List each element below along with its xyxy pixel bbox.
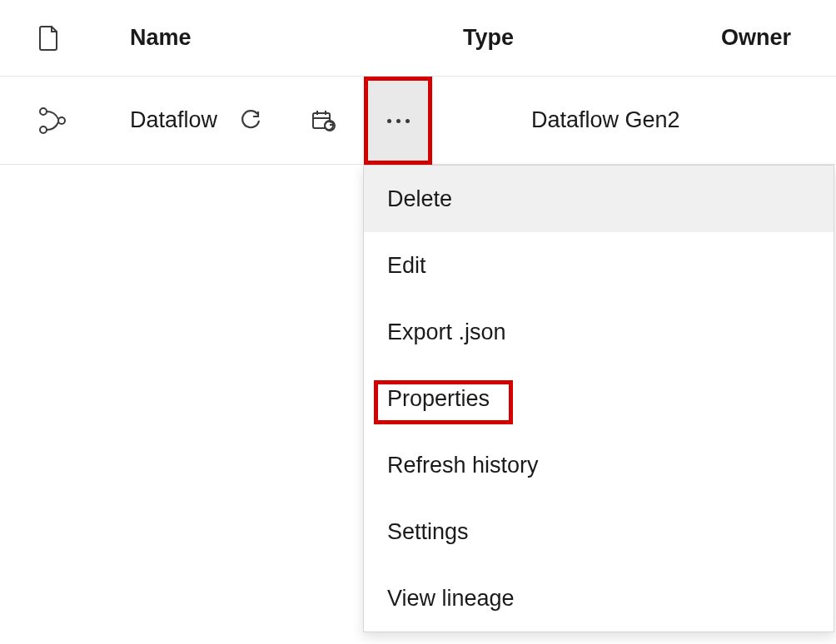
menu-item-view-lineage[interactable]: View lineage	[364, 565, 834, 632]
table-header: Name Type Owner	[0, 0, 836, 77]
refresh-button[interactable]	[234, 104, 267, 137]
more-icon	[387, 119, 410, 123]
svg-point-2	[58, 117, 65, 124]
menu-item-label: Delete	[387, 186, 452, 212]
menu-item-label: View lineage	[387, 586, 515, 612]
schedule-refresh-icon	[311, 109, 336, 132]
menu-item-label: Refresh history	[387, 453, 539, 478]
header-name[interactable]: Name	[130, 25, 463, 51]
row-item-icon-cell	[38, 107, 130, 135]
menu-item-label: Export .json	[387, 320, 506, 345]
more-options-button[interactable]	[368, 81, 428, 161]
context-menu: Delete Edit Export .json Properties Refr…	[363, 165, 834, 632]
menu-item-settings[interactable]: Settings	[364, 498, 834, 565]
menu-item-edit[interactable]: Edit	[364, 232, 834, 299]
menu-item-properties[interactable]: Properties	[364, 365, 834, 432]
table-row[interactable]: Dataflow	[0, 77, 836, 165]
header-icon-cell	[38, 25, 130, 52]
schedule-refresh-button[interactable]	[307, 104, 341, 137]
document-icon	[38, 25, 60, 52]
menu-item-label: Settings	[387, 519, 469, 545]
header-type[interactable]: Type	[463, 25, 721, 51]
more-button-cell	[364, 77, 432, 165]
menu-item-refresh-history[interactable]: Refresh history	[364, 432, 834, 498]
dataflow-icon	[38, 107, 68, 135]
menu-item-delete[interactable]: Delete	[364, 166, 834, 232]
menu-item-label: Properties	[387, 386, 490, 412]
svg-point-1	[40, 126, 47, 133]
menu-item-label: Edit	[387, 253, 426, 279]
item-type: Dataflow Gen2	[531, 107, 680, 133]
svg-point-0	[40, 108, 47, 115]
menu-item-export-json[interactable]: Export .json	[364, 299, 834, 365]
refresh-icon	[240, 110, 261, 131]
item-name[interactable]: Dataflow	[130, 107, 217, 133]
header-owner[interactable]: Owner	[721, 25, 836, 51]
